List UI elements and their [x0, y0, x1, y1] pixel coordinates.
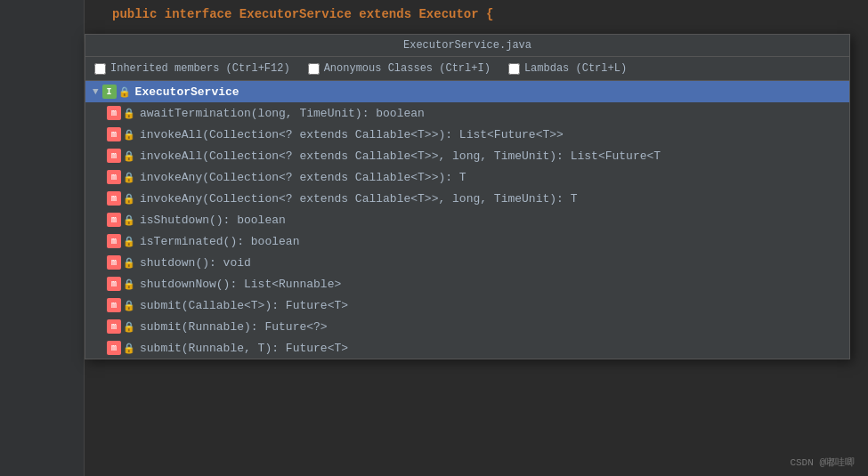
method-icon-7: m	[107, 255, 121, 270]
lock-icon-0: 🔒	[123, 107, 135, 119]
inherited-members-checkbox[interactable]: Inherited members (Ctrl+F12)	[94, 62, 290, 75]
interface-icon: I	[102, 85, 117, 99]
watermark-text: CSDN @嘟哇唧	[790, 457, 855, 468]
method-item-5[interactable]: m 🔒 isShutdown(): boolean	[85, 209, 849, 230]
method-icon-6: m	[107, 234, 121, 248]
inherited-checkbox-input[interactable]	[94, 63, 106, 75]
method-item-6[interactable]: m 🔒 isTerminated(): boolean	[85, 230, 849, 252]
popup-title: ExecutorService.java	[85, 35, 849, 57]
lock-icon-header: 🔒	[118, 85, 131, 98]
anonymous-checkbox-input[interactable]	[308, 63, 320, 75]
method-icon-8: m	[107, 277, 121, 291]
method-text-6: isTerminated(): boolean	[140, 235, 299, 248]
method-icon-11: m	[107, 341, 121, 355]
lock-icon-5: 🔒	[123, 214, 135, 226]
method-icon-1: m	[107, 127, 121, 141]
method-item-8[interactable]: m 🔒 shutdownNow(): List<Runnable>	[85, 273, 849, 294]
editor-gutter	[0, 0, 85, 476]
popup-toolbar: Inherited members (Ctrl+F12) Anonymous C…	[85, 57, 849, 81]
method-list[interactable]: ▼ I 🔒 ExecutorService m 🔒 awaitTerminati…	[85, 81, 849, 359]
method-icon-9: m	[107, 298, 121, 312]
method-text-10: submit(Runnable): Future<?>	[140, 320, 328, 334]
lambdas-checkbox[interactable]: Lambdas (Ctrl+L)	[508, 62, 627, 75]
lock-icon-9: 🔒	[123, 299, 135, 311]
lambdas-checkbox-input[interactable]	[508, 63, 520, 75]
class-header-item[interactable]: ▼ I 🔒 ExecutorService	[85, 81, 849, 102]
method-text-11: submit(Runnable, T): Future<T>	[140, 342, 348, 355]
inherited-label: Inherited members (Ctrl+F12)	[110, 62, 290, 75]
lock-icon-2: 🔒	[123, 149, 135, 162]
method-text-2: invokeAll(Collection<? extends Callable<…	[140, 149, 661, 163]
lambdas-label: Lambdas (Ctrl+L)	[524, 62, 627, 75]
class-name-label: ExecutorService	[135, 85, 239, 99]
method-item-7[interactable]: m 🔒 shutdown(): void	[85, 252, 849, 273]
method-item-9[interactable]: m 🔒 submit(Callable<T>): Future<T>	[85, 294, 849, 316]
method-text-0: awaitTermination(long, TimeUnit): boolea…	[140, 107, 425, 120]
keyword-public: public interface ExecutorService extends…	[112, 7, 493, 21]
anonymous-label: Anonymous Classes (Ctrl+I)	[324, 62, 491, 75]
method-text-3: invokeAny(Collection<? extends Callable<…	[140, 171, 466, 184]
method-icon-0: m	[107, 106, 121, 120]
lock-icon-1: 🔒	[123, 128, 135, 141]
method-text-9: submit(Callable<T>): Future<T>	[140, 299, 348, 312]
method-item-0[interactable]: m 🔒 awaitTermination(long, TimeUnit): bo…	[85, 102, 849, 124]
method-text-1: invokeAll(Collection<? extends Callable<…	[140, 128, 564, 141]
method-icon-10: m	[107, 319, 121, 334]
method-item-10[interactable]: m 🔒 submit(Runnable): Future<?>	[85, 316, 849, 337]
lock-icon-6: 🔒	[123, 235, 135, 247]
lock-icon-8: 🔒	[123, 278, 135, 290]
editor-background: public interface ExecutorService extends…	[0, 0, 868, 476]
method-icon-5: m	[107, 213, 121, 227]
method-text-7: shutdown(): void	[140, 256, 251, 270]
lock-icon-3: 🔒	[123, 171, 135, 183]
popup-title-text: ExecutorService.java	[403, 39, 531, 52]
structure-popup: ExecutorService.java Inherited members (…	[85, 34, 850, 359]
method-item-2[interactable]: m 🔒 invokeAll(Collection<? extends Calla…	[85, 145, 849, 166]
method-item-3[interactable]: m 🔒 invokeAny(Collection<? extends Calla…	[85, 166, 849, 188]
lock-icon-7: 🔒	[123, 256, 135, 269]
code-line-top: public interface ExecutorService extends…	[103, 7, 868, 21]
method-text-5: isShutdown(): boolean	[140, 214, 286, 227]
lock-icon-4: 🔒	[123, 192, 135, 205]
lock-icon-11: 🔒	[123, 342, 135, 354]
method-item-1[interactable]: m 🔒 invokeAll(Collection<? extends Calla…	[85, 124, 849, 145]
collapse-chevron: ▼	[93, 86, 99, 97]
watermark: CSDN @嘟哇唧	[790, 456, 855, 469]
method-icon-4: m	[107, 191, 121, 206]
lock-icon-10: 🔒	[123, 320, 135, 333]
method-icon-2: m	[107, 149, 121, 163]
method-item-11[interactable]: m 🔒 submit(Runnable, T): Future<T>	[85, 337, 849, 359]
method-item-4[interactable]: m 🔒 invokeAny(Collection<? extends Calla…	[85, 188, 849, 209]
anonymous-classes-checkbox[interactable]: Anonymous Classes (Ctrl+I)	[308, 62, 491, 75]
method-text-8: shutdownNow(): List<Runnable>	[140, 278, 341, 291]
method-text-4: invokeAny(Collection<? extends Callable<…	[140, 192, 577, 206]
method-icon-3: m	[107, 170, 121, 184]
